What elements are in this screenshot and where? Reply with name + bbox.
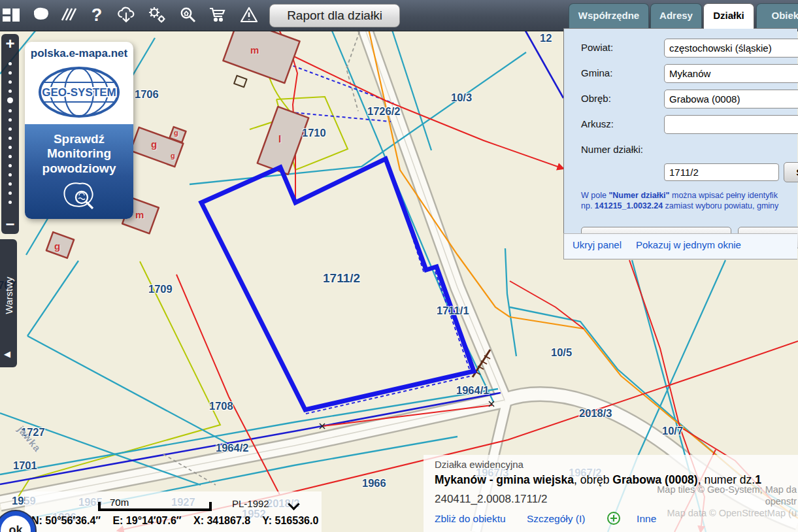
help-icon[interactable]: ? [87, 5, 107, 25]
parcel-label-1706: 1706 [135, 88, 159, 101]
polygon-icon[interactable] [31, 5, 51, 25]
zoom-level-dot[interactable] [8, 62, 12, 65]
parcel-label-1964/2: 1964/2 [216, 442, 248, 454]
zoom-level-dot[interactable] [8, 109, 12, 112]
coord-y: Y: 516536.0 [262, 515, 318, 526]
flood-monitoring-promo[interactable]: Sprawdź Monitoring powodziowy [25, 124, 133, 219]
search-location-icon[interactable] [178, 5, 197, 25]
parcel-label-1711/1: 1711/1 [437, 305, 469, 317]
details-link[interactable]: Szczegóły (I) [527, 513, 586, 524]
building-letter-g: g [151, 139, 157, 150]
tab-dzialki[interactable]: Działki [703, 3, 754, 29]
geoportal-app: 12170617101726/210/31711/21711/117071709… [0, 0, 798, 532]
building-l [258, 107, 308, 175]
building-letter-m: m [250, 44, 259, 56]
small-structure [234, 76, 246, 88]
building-letter-m: m [135, 209, 144, 220]
arkusz-select[interactable] [664, 115, 798, 134]
panel-footer: Ukryj panel Pokazuj w jednym oknie [563, 233, 797, 259]
promo-line-3: powodziowy [27, 161, 131, 176]
parcel-label-12: 12 [540, 32, 552, 44]
cloud-download-icon[interactable] [116, 5, 136, 25]
logo-card[interactable]: polska.e-mapa.net GEO-SYSTEM Sprawdź Mon… [25, 42, 133, 219]
coordinates-readout: N: 50°56′36.4″ E: 19°14′07.6″ X: 341867.… [31, 515, 327, 527]
zoom-level-dot[interactable] [8, 80, 12, 84]
parcel-label-1711/2: 1711/2 [323, 271, 360, 286]
layers-label: Warstwy [3, 277, 14, 314]
zoom-to-object-link[interactable]: Zbliż do obiektu [435, 513, 506, 524]
report-parcel-button[interactable]: Raport dla działki [269, 4, 400, 27]
tab-wspolrzedne[interactable]: Współrzędne [569, 3, 649, 29]
hide-panel-link[interactable]: Ukryj panel [573, 239, 622, 250]
coord-n: N: 50°56′36.4″ [31, 515, 101, 526]
building-letter-g: g [171, 152, 175, 159]
parcel-label-2018/3: 2018/3 [579, 407, 612, 420]
parcel-label-10/3: 10/3 [451, 91, 472, 104]
promo-line-2: Monitoring [27, 146, 131, 161]
building-letter-g: g [174, 129, 178, 137]
building-letter-l: l [278, 133, 281, 144]
coord-x: X: 341867.8 [193, 515, 250, 526]
cart-icon[interactable] [208, 5, 227, 25]
gmina-select[interactable]: Mykanów [664, 64, 798, 83]
parcel-id: 240411_2.0008.1711/2 [435, 493, 547, 506]
numer-hint-text: W pole "Numer działki" można wpisać pełn… [581, 190, 798, 212]
zoom-level-dot[interactable] [8, 90, 12, 93]
poland-magnifier-icon [60, 181, 98, 211]
tab-adresy[interactable]: Adresy [650, 3, 702, 29]
scale-bar [98, 502, 212, 511]
info-title: Działka ewidencyjna [435, 459, 524, 470]
svg-text:GEO-SYSTEM: GEO-SYSTEM [42, 86, 116, 99]
zoom-level-dot[interactable] [8, 191, 12, 195]
site-name: polska.e-mapa.net [25, 42, 133, 61]
parcel-search-form: Powiat: częstochowski (śląskie) Gmina: M… [563, 28, 797, 235]
zoom-level-dot[interactable] [8, 182, 12, 186]
parcel-label-1726/2: 1726/2 [367, 105, 400, 118]
parcel-label-1964/1: 1964/1 [456, 384, 489, 397]
single-window-link[interactable]: Pokazuj w jednym oknie [636, 239, 741, 250]
promo-line-1: Sprawdź [27, 132, 131, 146]
zoom-level-dot[interactable] [8, 155, 12, 158]
gmina-label: Gmina: [581, 67, 612, 78]
parcel-label-10/5: 10/5 [551, 346, 572, 359]
zoom-out-button[interactable]: − [1, 216, 19, 233]
layout-icon[interactable] [1, 5, 21, 25]
crs-selector[interactable]: PL-1992 [232, 498, 269, 509]
numer-dzialki-label: Numer działki: [581, 144, 643, 155]
zoom-level-dot[interactable] [8, 201, 12, 204]
collapse-arrow-icon: ◀ [4, 349, 10, 359]
measure-lines-icon[interactable] [59, 5, 79, 25]
szukaj-button[interactable]: Szukaj [784, 162, 798, 182]
zoom-level-dot[interactable] [8, 164, 12, 167]
arkusz-label: Arkusz: [581, 118, 614, 129]
warning-icon[interactable] [239, 5, 259, 25]
zoom-level-dot[interactable] [8, 137, 12, 140]
zoom-level-dot[interactable] [8, 146, 12, 149]
geo-system-logo: GEO-SYSTEM [33, 63, 125, 122]
map-attribution: Map tiles © Geo-System; Map da openstr M… [581, 484, 797, 519]
parcel-label-1966: 1966 [362, 477, 386, 490]
tab-obiekty[interactable]: Obiekty [756, 3, 798, 29]
zoom-control: + − [1, 34, 19, 234]
obreb-label: Obręb: [581, 93, 611, 104]
layers-panel-tab[interactable]: Warstwy ◀ [0, 239, 17, 367]
zoom-level-dot[interactable] [8, 71, 12, 75]
coord-e: E: 19°14′07.6″ [112, 515, 181, 526]
numer-dzialki-input[interactable] [664, 163, 779, 181]
zoom-level-dot[interactable] [8, 127, 12, 131]
parcel-info-panel: Działka ewidencyjna Mykanów - gmina wiej… [424, 455, 798, 532]
zoom-slider[interactable] [1, 56, 19, 204]
parcel-label-1709: 1709 [148, 283, 173, 295]
parcel-label-1701: 1701 [13, 459, 37, 472]
zoom-level-current[interactable] [7, 97, 13, 103]
svg-text:?: ? [91, 5, 103, 25]
zoom-level-dot[interactable] [8, 173, 12, 176]
zoom-level-dot[interactable] [8, 118, 12, 122]
parcel-label-1710: 1710 [302, 127, 326, 139]
zoom-in-button[interactable]: + [1, 35, 19, 52]
settings-gears-icon[interactable] [147, 5, 167, 25]
obreb-select[interactable]: Grabowa (0008) [664, 90, 798, 108]
powiat-select[interactable]: częstochowski (śląskie) [664, 39, 798, 58]
parcel-label-10/7: 10/7 [662, 425, 683, 437]
search-panel: Współrzędne Adresy Działki Obiekty Powia… [563, 3, 798, 258]
